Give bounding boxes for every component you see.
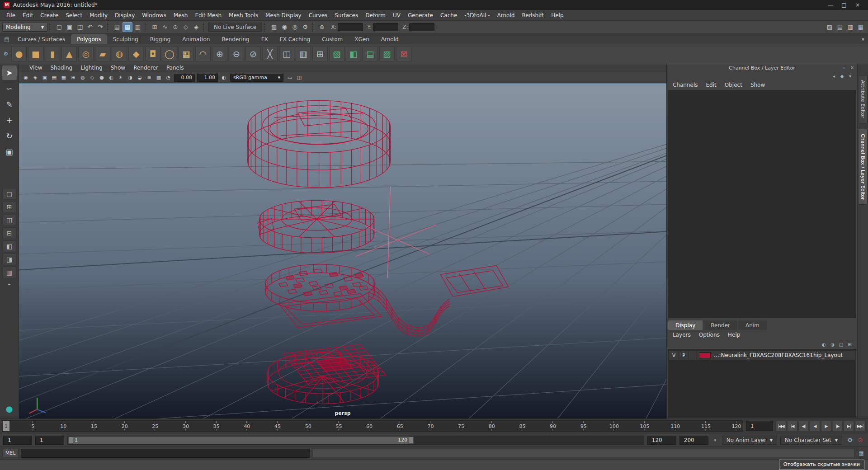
gate-mask-icon[interactable]: ◫ [295,73,304,82]
menu-set-selector[interactable]: Modeling ▾ [2,23,47,32]
timeline-tick[interactable]: 35 [186,421,217,431]
timeline-tick[interactable]: 60 [339,421,369,431]
layout-shrink-button[interactable]: – [8,280,11,287]
poly-plane-icon[interactable]: ▰ [95,46,110,61]
color-management-icon[interactable]: ◐ [219,73,228,82]
layout-four-pane-icon[interactable]: ⊞ [3,201,16,213]
layout-two-side-icon[interactable]: ◫ [3,214,16,226]
sidebar-vertical-tab[interactable]: Attribute Editor [858,75,868,123]
panel-menu-item[interactable]: Renderer [129,65,162,71]
move-tool[interactable]: + [2,113,17,127]
auto-keyframe-icon[interactable]: ⊙ [856,436,865,445]
channel-box-menu-item[interactable]: Edit [702,82,721,88]
image-plane-icon[interactable]: ▦ [59,73,68,82]
shelf-tab[interactable]: Rigging [144,34,176,44]
panel-menu-item[interactable]: View [25,65,46,71]
step-forward-key-button[interactable]: |▶ [832,421,843,432]
...:Neuralink_FBXASC208FBXASC161hip_Layout[interactable]: V P ...:Neuralink_FBXASC208FBXASC161hip_… [669,351,855,360]
animation-start-field[interactable]: 1 [3,436,32,445]
quad-draw-icon[interactable]: ▧ [329,46,344,61]
step-back-key-button[interactable]: ◀| [798,421,809,432]
offset-edge-loop-icon[interactable]: ▥ [296,46,311,61]
animation-end-field[interactable]: 200 [679,436,708,445]
menubar-item[interactable]: Edit Mesh [191,12,225,19]
timeline-tick[interactable]: 95 [553,421,584,431]
poly-cylinder-icon[interactable]: ▮ [45,46,60,61]
camera-attributes-icon[interactable]: ▣ [40,73,49,82]
menubar-item[interactable]: Select [62,12,86,19]
shelf-tab[interactable]: FX [255,34,274,44]
channel-box-toggle-icon[interactable]: ▦ [856,22,866,32]
select-camera-icon[interactable]: ◉ [21,73,30,82]
layout-two-stacked-icon[interactable]: ⊟ [3,227,16,239]
make-live-icon[interactable]: ◈ [191,22,201,32]
channel-settings-icon[interactable]: ▾ [847,73,854,79]
poly-sphere-icon[interactable]: ● [11,46,27,61]
mirror-icon[interactable]: ◧ [346,46,361,61]
timeline-tick[interactable]: 30 [155,421,186,431]
menubar-item[interactable]: Redshift [518,12,547,19]
menubar-item[interactable]: Mesh [170,12,192,19]
timeline-tick[interactable]: 105 [614,421,645,431]
attribute-editor-toggle-icon[interactable]: ▤ [835,22,845,32]
menubar-item[interactable]: Generate [404,12,437,19]
select-hierarchy-icon[interactable]: ▤ [112,22,122,32]
save-scene-icon[interactable]: ◫ [75,22,85,32]
channel-manipulator-icon[interactable]: ◆ [839,73,845,79]
current-frame-marker[interactable]: 1 [3,421,9,431]
layout-persp-graph-icon[interactable]: ◨ [3,254,16,265]
create-empty-layer-icon[interactable]: ▢ [838,341,844,348]
close-icon[interactable]: × [849,64,855,70]
create-layer-from-selected-icon[interactable]: ⊞ [846,341,853,348]
go-to-end-button[interactable]: ▶▶| [855,421,865,432]
ipr-render-icon[interactable]: ◎ [290,22,300,32]
timeline-tick[interactable]: 75 [430,421,461,431]
channel-box-menu-item[interactable]: Channels [669,82,702,88]
layer-name[interactable]: ...:Neuralink_FBXASC208FBXASC161hip_Layo… [714,352,843,358]
group-separator[interactable] [145,23,148,32]
y-coordinate-input[interactable] [373,23,398,31]
layer-editor-tab[interactable]: Anim [738,320,767,330]
motion-blur-icon[interactable]: ≋ [145,73,154,82]
oversampling-icon[interactable]: ◍ [78,73,87,82]
snap-grid-icon[interactable]: ⊞ [150,22,160,32]
layer-editor-menu-item[interactable]: Options [695,332,724,338]
command-language-toggle[interactable]: MEL [2,449,19,458]
live-surface-button[interactable]: No Live Surface [208,23,262,32]
2d-pan-zoom-icon[interactable]: ⊞ [69,73,78,82]
layer-color-swatch[interactable] [699,352,711,358]
menubar-item[interactable]: Edit [19,12,37,19]
go-to-start-button[interactable]: |◀◀ [776,421,786,432]
maximize-button[interactable]: □ [837,0,851,9]
scale-tool[interactable]: ▣ [2,145,17,159]
play-forwards-button[interactable]: ▶ [821,421,831,432]
timeline-tick[interactable]: 25 [125,421,156,431]
render-settings-icon[interactable]: ⚙ [300,22,310,32]
shelf-tab[interactable]: FX Caching [274,34,316,44]
append-polygon-icon[interactable]: ⊞ [312,46,328,61]
boolean-icon[interactable]: ⊘ [245,46,261,61]
snap-point-icon[interactable]: ⊙ [170,22,180,32]
shelf-gear-icon[interactable]: ⚙ [2,51,10,57]
current-frame-field[interactable]: 1 [746,421,773,431]
shadows-icon[interactable]: ◑ [126,73,135,82]
lasso-tool[interactable]: ∽ [2,81,17,96]
anim-layer-select[interactable]: No Anim Layer ▾ [722,436,777,445]
poly-pipe-icon[interactable]: ◘ [145,46,160,61]
layout-persp-outliner-icon[interactable]: ◧ [3,240,16,252]
menubar-item[interactable]: Surfaces [331,12,362,19]
menubar-item[interactable]: Mesh Tools [225,12,262,19]
menubar-item[interactable]: Create [37,12,62,19]
shelf-tab[interactable]: Curves / Surfaces [12,34,71,44]
undo-icon[interactable]: ↶ [85,22,95,32]
layer-list[interactable]: V P ...:Neuralink_FBXASC208FBXASC161hip_… [668,349,856,418]
gamma-field[interactable]: 1.00 [197,74,218,82]
timeline-tick[interactable]: 50 [278,421,308,431]
timeline-tick[interactable]: 40 [217,421,247,431]
shelf-tab[interactable]: Arnold [375,34,405,44]
new-scene-icon[interactable]: ▢ [54,22,64,32]
panel-menu-item[interactable]: Show [107,65,129,71]
dock-icon[interactable]: ▫ [841,64,847,70]
redo-icon[interactable]: ↷ [95,22,105,32]
panel-menu-item[interactable]: Shading [46,65,76,71]
